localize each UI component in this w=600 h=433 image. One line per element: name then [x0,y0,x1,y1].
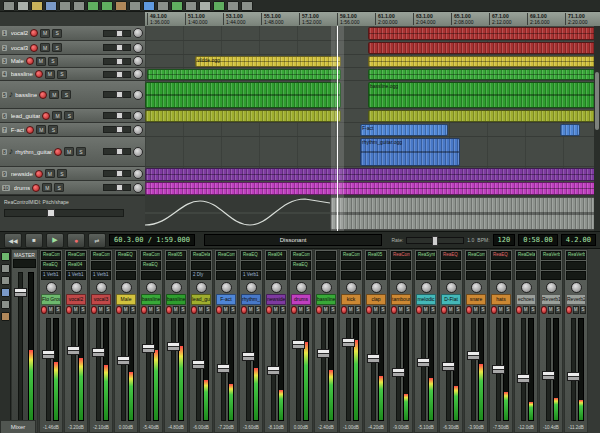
fx-slot-2[interactable] [491,261,511,270]
record-arm-button[interactable] [66,306,72,314]
channel-volume-fader[interactable] [317,349,330,358]
mixer-channel-strip[interactable]: ReaDelay echoes M S -12.0dB [514,249,538,433]
track-volume-fader[interactable] [103,91,131,98]
track-panel-row[interactable]: 6 lead_guitar M S [0,109,145,123]
channel-volume-fader[interactable] [367,354,380,363]
mixer-sends-icon[interactable] [1,276,10,285]
selection-start-display[interactable]: 0:58.00 [518,234,558,246]
send-slot[interactable] [391,271,411,280]
fx-slot-1[interactable]: ReaEQ [441,251,461,260]
mixer-channel-strip[interactable]: ReaComp ReaEQ bassline M S -5.40dB [139,249,163,433]
fx-slot-1[interactable]: ReaDelay [516,251,536,260]
pan-knob[interactable] [496,282,507,293]
solo-button[interactable]: S [555,306,561,314]
go-to-start-button[interactable]: ◀◀ [4,233,22,248]
record-arm-button[interactable] [26,57,34,65]
record-arm-button[interactable] [32,184,40,192]
pan-knob[interactable] [371,282,382,293]
record-arm-button[interactable] [166,306,172,314]
mixer-fx-icon[interactable] [1,264,10,273]
mute-button[interactable]: M [48,306,54,314]
channel-name-label[interactable]: Reverb1 [541,294,561,305]
record-arm-button[interactable] [366,306,372,314]
record-arm-button[interactable] [91,306,97,314]
transport-position-display[interactable]: 60.3.00 / 1:59.000 [109,234,195,246]
send-slot[interactable] [491,271,511,280]
toolbar-icon[interactable] [87,1,99,11]
pan-knob[interactable] [346,282,357,293]
arrange-view[interactable]: vildde.ogg bassline.ogg [145,26,600,231]
channel-volume-fader[interactable] [567,372,580,381]
mute-button[interactable]: M [323,306,329,314]
mixer-channel-strip[interactable]: ReaComp ReaEQ drums M S 0.00dB [289,249,313,433]
solo-button[interactable]: S [57,70,67,79]
mixer-channel-strip[interactable]: bassline M S -2.40dB [314,249,338,433]
mute-button[interactable]: M [98,306,104,314]
pan-knob[interactable] [421,282,432,293]
fader-handle[interactable] [116,91,123,98]
fx-slot-2[interactable] [191,261,211,270]
record-arm-button[interactable] [54,148,62,156]
channel-name-label[interactable]: clap [366,294,386,305]
record-arm-button[interactable] [116,306,122,314]
toolbar-icon[interactable] [143,1,155,11]
mute-button[interactable]: M [273,306,279,314]
channel-name-label[interactable]: Male [116,294,136,305]
fader-handle[interactable] [116,170,123,177]
media-item[interactable] [145,182,600,195]
pan-knob[interactable] [171,282,182,293]
mixer-channel-strip[interactable]: ReaDelay 2 Dly lead_guit M S -6.00dB [189,249,213,433]
fx-slot-1[interactable]: ReaComp [141,251,161,260]
fader-handle[interactable] [116,44,123,51]
track-volume-fader[interactable] [103,112,131,119]
track-panel-row[interactable]: 1 vocal2 M S [0,26,145,41]
toolbar-icon[interactable] [45,1,57,11]
solo-button[interactable]: S [380,306,386,314]
channel-name-label[interactable]: bassline [166,294,186,305]
mixer-channel-strip[interactable]: ReaComp tambouri M S -9.00dB [389,249,413,433]
track-name[interactable]: vocal2 [11,30,28,36]
mixer-channel-strip[interactable]: ReaEQ Male M S 0.00dB [114,249,138,433]
record-arm-button[interactable] [35,170,43,178]
pan-knob[interactable] [71,282,82,293]
mute-button[interactable]: M [45,70,55,79]
channel-name-label[interactable]: echoes [516,294,536,305]
mixer-channel-strip[interactable]: ReaComp snare M S -3.90dB [464,249,488,433]
solo-button[interactable]: S [405,306,411,314]
mixer-channel-strip[interactable]: ReaComp kick M S -1.00dB [339,249,363,433]
fx-slot-2[interactable] [566,261,586,270]
mixer-io-icon[interactable] [1,288,10,297]
track-pan-knob[interactable] [133,69,143,79]
toolbar-icon[interactable] [31,1,43,11]
fx-slot-2[interactable] [216,261,236,270]
track-panel-row[interactable]: 4 bassline M S [0,68,145,81]
track-name[interactable]: bassline [11,71,33,77]
fx-slot-1[interactable]: ReaSynth [416,251,436,260]
track-name[interactable]: bassline [15,92,37,98]
mute-button[interactable]: M [423,306,429,314]
solo-button[interactable]: S [230,306,236,314]
solo-button[interactable]: S [64,111,74,120]
track-panel-row[interactable]: 2 vocal3 M S [0,41,145,55]
record-arm-button[interactable] [191,306,197,314]
channel-name-label[interactable]: vocal3 [91,294,111,305]
fx-slot-1[interactable]: Real05 [366,251,386,260]
track-name[interactable]: newside [11,171,33,177]
mute-button[interactable]: M [49,90,59,99]
track-name[interactable]: drums [14,185,31,191]
mute-button[interactable]: M [573,306,579,314]
track-name[interactable]: F-act [11,127,25,133]
track-panel-row[interactable]: 9 newside M S [0,167,145,181]
channel-volume-fader[interactable] [292,340,305,349]
fx-slot-1[interactable]: ReaVerb [566,251,586,260]
channel-name-label[interactable]: melodic [416,294,436,305]
record-arm-button[interactable] [35,70,43,78]
mixer-channel-strip[interactable]: ReaSynth melodic M S -5.10dB [414,249,438,433]
mixer-channel-strip[interactable]: ReaVerb Reverb2 M S -11.2dB [564,249,588,433]
track-volume-fader[interactable] [103,30,131,37]
pan-knob[interactable] [321,282,332,293]
mute-button[interactable]: M [373,306,379,314]
channel-volume-fader[interactable] [492,365,505,374]
track-volume-fader[interactable] [103,44,131,51]
fx-slot-2[interactable] [91,261,111,270]
